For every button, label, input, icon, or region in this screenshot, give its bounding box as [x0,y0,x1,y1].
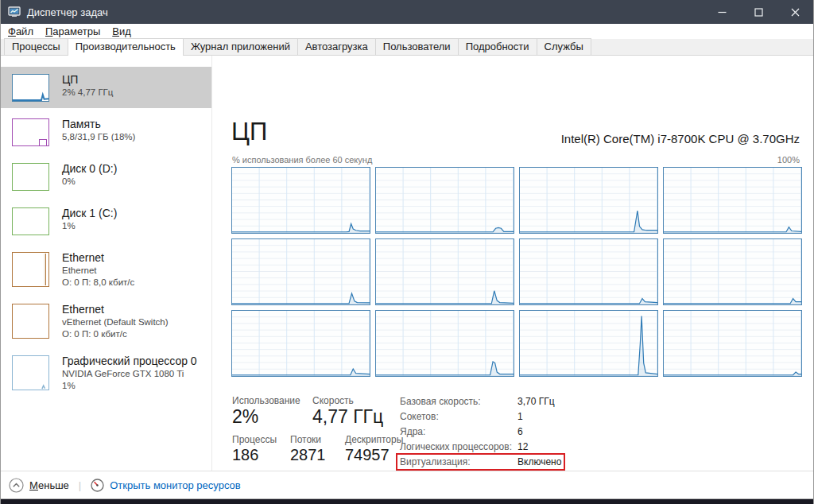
cpu-thumbnail [12,74,49,102]
sidebar-item-label: Ethernet [62,250,134,265]
sidebar-item-disk0[interactable]: Диск 0 (D:) 0% [1,156,211,197]
maximize-icon [754,8,763,17]
footer-bar: Меньше | Открыть монитор ресурсов [1,471,813,499]
fewer-details-button[interactable]: Меньше [9,478,69,493]
chart-caption: % использования более 60 секунд [232,155,372,165]
sidebar-item-stat: 2% 4,77 ГГц [62,87,113,99]
cpu-core-sparkline [520,168,657,233]
tab-app-history[interactable]: Журнал приложений [183,38,298,55]
ethernet-thumb-activity [44,254,46,285]
menu-view[interactable]: Вид [107,25,136,37]
usage-label: Использование [232,395,300,406]
detail-cores: Ядра:6 [400,426,622,441]
page-title: ЦП [231,118,267,146]
cpu-core-sparkline [520,311,657,376]
tab-performance[interactable]: Производительность [68,38,184,56]
cpu-core-chart [519,238,658,305]
minimize-icon [718,8,727,17]
sidebar-item-stat: О: 0 П: 8,0 кбит/с [62,277,134,289]
performance-sidebar: ЦП 2% 4,77 ГГц Память 5,8/31,9 ГБ (18%) … [1,56,212,471]
tab-users[interactable]: Пользователи [375,38,459,55]
content-area: ЦП 2% 4,77 ГГц Память 5,8/31,9 ГБ (18%) … [1,56,813,471]
gpu-thumb-sparkline [13,356,48,390]
cpu-core-sparkline [232,168,370,233]
tab-bar: Процессы Производительность Журнал прило… [1,39,813,56]
cpu-core-sparkline [520,239,657,304]
speed-value: 4,77 ГГц [312,406,383,428]
speed-label: Скорость [312,395,354,406]
cpu-core-sparkline [232,311,370,376]
cpu-core-sparkline [664,168,801,233]
sidebar-item-stat: 1% [62,220,117,232]
sidebar-item-disk1[interactable]: Диск 1 (C:) 1% [1,200,211,242]
window-title: Диспетчер задач [27,6,108,18]
gpu-thumbnail [12,355,49,390]
cpu-thumb-sparkline [13,75,48,101]
sidebar-item-vethernet[interactable]: Ethernet vEthernet (Default Switch) О: 0… [1,297,211,346]
memory-thumbnail [12,118,49,146]
cpu-core-charts-grid[interactable] [231,167,802,377]
cpu-core-chart [375,167,514,234]
open-resource-monitor-link[interactable]: Открыть монитор ресурсов [91,479,240,492]
cpu-core-chart [231,238,370,305]
sidebar-item-label: Диск 1 (C:) [62,206,117,220]
cpu-core-sparkline [376,311,514,376]
sidebar-item-ethernet[interactable]: Ethernet Ethernet О: 0 П: 8,0 кбит/с [1,245,211,294]
cpu-core-sparkline [376,239,514,304]
menu-file[interactable]: Файл [3,25,38,37]
sidebar-item-label: ЦП [62,72,113,87]
sidebar-item-label: Память [62,117,135,131]
cpu-core-sparkline [376,168,514,233]
handles-value: 74957 [345,446,390,464]
sidebar-item-stat: 0% [62,176,117,188]
cpu-core-chart [663,238,802,305]
task-manager-window: Диспетчер задач Файл Параметры Вид Проце… [0,0,814,504]
close-button[interactable] [777,0,813,24]
cpu-core-chart [375,238,514,305]
resource-monitor-icon [91,479,104,492]
virtualization-highlight-annotation [396,453,565,471]
detail-sockets: Сокетов:1 [400,411,622,426]
bottom-edge-strip [1,499,813,504]
task-manager-icon [8,6,21,18]
cpu-core-chart [231,310,370,377]
cpu-core-chart [663,310,802,377]
sidebar-item-label: Диск 0 (D:) [62,161,117,176]
menubar: Файл Параметры Вид [1,24,813,39]
tab-processes[interactable]: Процессы [4,38,68,55]
footer-separator: | [79,479,81,491]
cpu-core-sparkline [664,239,801,304]
titlebar[interactable]: Диспетчер задач [1,0,813,24]
cpu-core-chart [663,167,802,234]
disk1-thumbnail [12,207,49,235]
sidebar-item-adapter: NVIDIA GeForce GTX 1080 Ti [62,368,197,380]
cpu-core-sparkline [664,311,801,376]
cpu-core-chart [519,310,658,377]
tab-services[interactable]: Службы [537,38,591,55]
cpu-core-chart [231,167,370,234]
tab-details[interactable]: Подробности [458,38,537,55]
minimize-button[interactable] [704,0,740,24]
menu-options[interactable]: Параметры [41,25,105,37]
close-icon [791,8,800,17]
sidebar-item-label: Ethernet [62,302,169,316]
maximize-button[interactable] [740,0,777,24]
resource-monitor-label: Открыть монитор ресурсов [110,479,240,491]
usage-value: 2% [232,406,258,428]
processes-label: Процессы [232,434,277,445]
sidebar-item-gpu[interactable]: Графический процессор 0 NVIDIA GeForce G… [1,348,211,397]
threads-value: 2871 [290,446,326,464]
sidebar-item-stat: 5,8/31,9 ГБ (18%) [62,131,135,143]
sidebar-item-memory[interactable]: Память 5,8/31,9 ГБ (18%) [1,111,211,153]
processes-value: 186 [232,446,258,464]
tab-startup[interactable]: Автозагрузка [297,38,376,55]
cpu-core-chart [519,167,658,234]
cpu-core-sparkline [232,239,370,304]
sidebar-item-cpu[interactable]: ЦП 2% 4,77 ГГц [1,67,211,108]
chevron-up-circle-icon [9,478,24,493]
handles-label: Дескрипторы [345,434,403,445]
cpu-core-chart [375,310,514,377]
sidebar-item-stat: 1% [62,380,197,392]
detail-base-speed: Базовая скорость:3,70 ГГц [400,396,622,411]
memory-thumb-composition [39,139,47,146]
